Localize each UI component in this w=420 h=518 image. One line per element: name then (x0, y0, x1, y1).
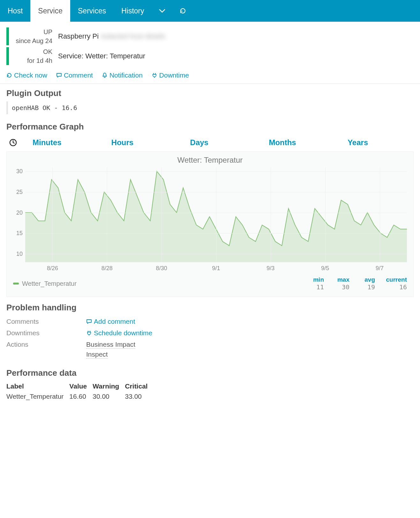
range-months[interactable]: Months (256, 138, 335, 147)
problem-handling-section: Problem handling Comments Add comment Do… (0, 298, 420, 364)
comment-label: Comment (64, 71, 93, 79)
tab-host[interactable]: Host (0, 0, 30, 22)
service-name: Service: Wetter: Temperatur (58, 52, 145, 60)
time-range-selector: Minutes Hours Days Months Years (6, 135, 414, 152)
host-since: since Aug 24 (13, 36, 52, 45)
refresh-icon (6, 72, 12, 78)
plugin-output-heading: Plugin Output (6, 88, 414, 98)
x-tick: 8/28 (101, 265, 113, 272)
problem-handling-heading: Problem handling (6, 303, 414, 313)
range-minutes[interactable]: Minutes (20, 138, 99, 147)
host-state: UP (13, 27, 52, 36)
comment-icon (56, 72, 62, 78)
schedule-downtime-label: Schedule downtime (94, 329, 152, 337)
downtime-label: Downtime (159, 71, 189, 79)
tab-service[interactable]: Service (30, 0, 70, 22)
y-tick: 25 (12, 189, 23, 195)
stat-hdr-current: current (375, 276, 407, 283)
check-now-link[interactable]: Check now (6, 71, 47, 79)
range-hours[interactable]: Hours (99, 138, 177, 147)
perf-col-critical: Critical (125, 381, 153, 391)
schedule-downtime-link[interactable]: Schedule downtime (86, 329, 152, 337)
comment-icon (86, 319, 92, 324)
y-tick: 20 (12, 209, 23, 216)
plugin-output-section: Plugin Output openHAB OK - 16.6 (0, 84, 420, 117)
comment-link[interactable]: Comment (56, 71, 93, 79)
service-state-bar (6, 47, 9, 65)
chart-title: Wetter: Temperatur (13, 155, 407, 167)
check-now-label: Check now (14, 71, 47, 79)
tab-history[interactable]: History (114, 0, 152, 22)
performance-graph-section: Performance Graph Minutes Hours Days Mon… (0, 117, 420, 298)
perf-row-label: Wetter_Temperatur (6, 391, 69, 402)
range-years[interactable]: Years (335, 138, 414, 147)
stat-val-avg: 19 (349, 283, 375, 291)
plug-icon (152, 72, 157, 78)
chart-container: Wetter: Temperatur 10152025308/268/288/3… (6, 152, 414, 297)
business-impact-link[interactable]: Business Impact (86, 341, 135, 349)
x-tick: 8/30 (156, 265, 167, 272)
action-bar: Check now Comment Notification Downtime (0, 70, 420, 84)
bell-icon (102, 72, 108, 78)
y-tick: 10 (12, 251, 23, 257)
x-tick: 9/3 (266, 265, 274, 272)
actions-label: Actions (6, 341, 86, 360)
plug-icon (86, 330, 92, 336)
y-tick: 15 (12, 230, 23, 237)
stat-hdr-min: min (298, 276, 324, 283)
plugin-output-text: openHAB OK - 16.6 (6, 101, 414, 114)
x-tick: 9/5 (321, 265, 329, 272)
tab-services[interactable]: Services (70, 0, 114, 22)
host-extra-redacted: redacted host details (101, 32, 165, 40)
refresh-icon[interactable] (172, 7, 193, 14)
performance-graph-heading: Performance Graph (6, 122, 414, 132)
performance-data-section: Performance data Label Value Warning Cri… (0, 364, 420, 403)
notification-link[interactable]: Notification (102, 71, 143, 79)
host-name[interactable]: Raspberry Pi (58, 32, 99, 40)
stat-hdr-max: max (324, 276, 349, 283)
stat-val-max: 30 (324, 283, 349, 291)
x-tick: 9/7 (376, 265, 384, 272)
top-nav: Host Service Services History (0, 0, 420, 22)
host-state-bar (6, 27, 9, 45)
x-tick: 9/1 (212, 265, 220, 272)
performance-data-table: Label Value Warning Critical Wetter_Temp… (6, 381, 154, 402)
dropdown-icon[interactable] (152, 9, 172, 13)
add-comment-link[interactable]: Add comment (86, 318, 135, 325)
range-days[interactable]: Days (177, 138, 256, 147)
chart-legend: Wetter_Temperatur min11 max30 avg19 curr… (13, 262, 407, 291)
downtime-link[interactable]: Downtime (152, 71, 189, 79)
y-tick: 30 (12, 168, 23, 174)
table-row: Wetter_Temperatur 16.60 30.00 33.00 (6, 391, 154, 402)
downtimes-label: Downtimes (6, 329, 86, 337)
x-tick: 8/26 (47, 265, 58, 272)
inspect-link[interactable]: Inspect (86, 351, 108, 359)
stat-val-min: 11 (298, 283, 324, 291)
perf-col-value: Value (69, 381, 93, 391)
add-comment-label: Add comment (94, 318, 135, 325)
perf-col-label: Label (6, 381, 69, 391)
perf-row-value: 16.60 (69, 391, 93, 402)
chart-plot-area: 10152025308/268/288/309/19/39/59/7 (25, 167, 407, 262)
service-state: OK (13, 47, 52, 56)
comments-label: Comments (6, 318, 86, 325)
notification-label: Notification (109, 71, 143, 79)
perf-col-warning: Warning (93, 381, 125, 391)
service-since: for 1d 4h (13, 56, 52, 65)
legend-series-name: Wetter_Temperatur (22, 280, 298, 287)
legend-swatch (13, 283, 19, 285)
status-block: UP since Aug 24 Raspberry Pi redacted ho… (0, 22, 420, 70)
stat-val-current: 16 (375, 283, 407, 291)
performance-data-heading: Performance data (6, 368, 414, 378)
perf-row-warning: 30.00 (93, 391, 125, 402)
stat-hdr-avg: avg (349, 276, 375, 283)
clock-icon (6, 138, 20, 147)
perf-row-critical: 33.00 (125, 391, 153, 402)
chart-stats: min11 max30 avg19 current16 (298, 276, 407, 291)
